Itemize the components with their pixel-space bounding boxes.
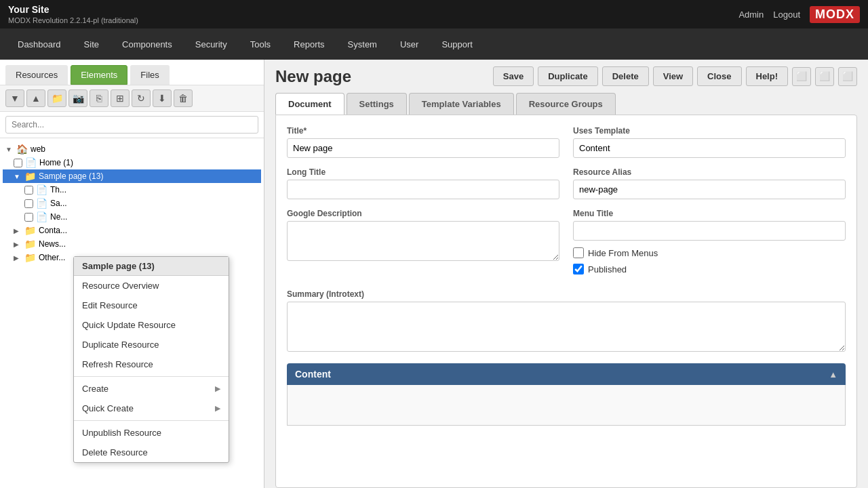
list-item[interactable]: 📄 Home (1) bbox=[3, 156, 261, 169]
tab-template-variables[interactable]: Template Variables bbox=[409, 93, 514, 115]
form-col-longtitle: Long Title bbox=[287, 167, 559, 199]
published-checkbox[interactable] bbox=[573, 264, 584, 274]
folder-icon: 📁 bbox=[24, 252, 36, 263]
ctx-refresh-resource[interactable]: Refresh Resource bbox=[74, 354, 229, 374]
new-folder-btn[interactable]: 📁 bbox=[47, 89, 66, 107]
ctx-quick-create[interactable]: Quick Create ▶ bbox=[74, 399, 229, 418]
nav-item-tools[interactable]: Tools bbox=[239, 32, 281, 56]
main-layout: ResourcesElementsFiles ▼ ▲ 📁 📷 ⎘ ⊞ ↻ ⬇ 🗑… bbox=[0, 60, 868, 488]
tab-document[interactable]: Document bbox=[275, 93, 344, 115]
sidebar-tab-resources[interactable]: Resources bbox=[5, 65, 68, 85]
help-button[interactable]: Help! bbox=[746, 66, 789, 86]
topbar-right: Admin Logout MODX bbox=[738, 6, 860, 23]
tree-checkbox[interactable] bbox=[14, 159, 22, 167]
topbar: Your Site MODX Revolution 2.2.14-pl (tra… bbox=[0, 0, 868, 28]
googledesc-textarea[interactable] bbox=[287, 221, 559, 261]
tree-checkbox[interactable] bbox=[24, 199, 33, 208]
duplicate-button[interactable]: Duplicate bbox=[538, 66, 598, 86]
menutitle-input[interactable] bbox=[573, 221, 846, 241]
tree-collapse-btn[interactable]: ▲ bbox=[26, 89, 45, 107]
title-input[interactable] bbox=[287, 138, 559, 158]
icon-btn-3[interactable]: ⬜ bbox=[838, 67, 857, 86]
ctx-separator-2 bbox=[74, 420, 229, 421]
page-icon: 📄 bbox=[36, 211, 47, 222]
ctx-resource-overview[interactable]: Resource Overview bbox=[74, 276, 229, 296]
nav-item-dashboard[interactable]: Dashboard bbox=[7, 32, 72, 56]
tree-item-label: Sample page (13) bbox=[39, 171, 103, 181]
site-info: Your Site MODX Revolution 2.2.14-pl (tra… bbox=[8, 4, 138, 25]
tree-root-label: web bbox=[31, 144, 45, 154]
template-select[interactable]: Content bbox=[573, 138, 846, 158]
sidebar-tab-files[interactable]: Files bbox=[130, 65, 169, 85]
list-item[interactable]: ▶ 📁 News... bbox=[3, 237, 261, 251]
ctx-create[interactable]: Create ▶ bbox=[74, 379, 229, 399]
nav-item-reports[interactable]: Reports bbox=[283, 32, 336, 56]
ctx-quick-update[interactable]: Quick Update Resource bbox=[74, 315, 229, 335]
ctx-unpublish[interactable]: Unpublish Resource bbox=[74, 423, 229, 443]
nav-item-security[interactable]: Security bbox=[184, 32, 238, 56]
screenshot-btn[interactable]: 📷 bbox=[68, 89, 87, 107]
site-name: Your Site bbox=[8, 4, 138, 15]
navbar: DashboardSiteComponentsSecurityToolsRepo… bbox=[0, 28, 868, 60]
ctx-delete-resource[interactable]: Delete Resource bbox=[74, 443, 229, 462]
sidebar: ResourcesElementsFiles ▼ ▲ 📁 📷 ⎘ ⊞ ↻ ⬇ 🗑… bbox=[0, 60, 264, 488]
section-collapse-btn[interactable]: ▲ bbox=[829, 369, 837, 380]
tree-arrow: ▶ bbox=[14, 254, 22, 262]
copy-btn[interactable]: ⎘ bbox=[90, 89, 108, 107]
content-body: Title* Uses Template Content Long Title bbox=[275, 115, 857, 488]
save-button[interactable]: Save bbox=[493, 66, 534, 86]
ctx-item-label: Quick Create bbox=[82, 403, 134, 413]
template-label: Uses Template bbox=[573, 126, 846, 136]
sidebar-tab-elements[interactable]: Elements bbox=[71, 65, 127, 85]
nav-item-components[interactable]: Components bbox=[111, 32, 183, 56]
form-col-summary: Summary (Introtext) bbox=[287, 289, 846, 354]
nav-item-site[interactable]: Site bbox=[73, 32, 110, 56]
view-button[interactable]: View bbox=[653, 66, 693, 86]
published-label: Published bbox=[588, 264, 627, 274]
ctx-item-label: Create bbox=[82, 384, 108, 394]
sidebar-search bbox=[0, 112, 264, 138]
tree-root[interactable]: ▼ 🏠 web bbox=[3, 142, 261, 156]
ctx-duplicate-resource[interactable]: Duplicate Resource bbox=[74, 335, 229, 354]
alias-input[interactable] bbox=[573, 180, 846, 199]
nav-item-system[interactable]: System bbox=[337, 32, 388, 56]
list-item[interactable]: ▶ 📁 Conta... bbox=[3, 224, 261, 237]
form-row-longtitle: Long Title Resource Alias bbox=[287, 167, 846, 199]
admin-link[interactable]: Admin bbox=[738, 9, 764, 20]
ctx-submenu-arrow: ▶ bbox=[215, 384, 220, 393]
list-item[interactable]: 📄 Ne... bbox=[3, 210, 261, 224]
hide-from-menus-row: Hide From Menus bbox=[573, 247, 846, 258]
ctx-item-label: Quick Update Resource bbox=[82, 320, 176, 330]
published-row: Published bbox=[573, 264, 846, 274]
tab-settings[interactable]: Settings bbox=[347, 93, 407, 115]
list-item[interactable]: ▼ 📁 Sample page (13) bbox=[3, 169, 261, 183]
search-input[interactable] bbox=[5, 116, 258, 134]
ctx-item-label: Edit Resource bbox=[82, 300, 138, 310]
ctx-submenu-arrow: ▶ bbox=[215, 404, 220, 413]
delete-button[interactable]: Delete bbox=[602, 66, 649, 86]
refresh-btn[interactable]: ↻ bbox=[132, 89, 151, 107]
ctx-edit-resource[interactable]: Edit Resource bbox=[74, 296, 229, 315]
download-btn[interactable]: ⬇ bbox=[153, 89, 172, 107]
tree-expand-btn[interactable]: ▼ bbox=[5, 89, 24, 107]
longtitle-input[interactable] bbox=[287, 180, 559, 199]
action-btn[interactable]: ⊞ bbox=[111, 89, 130, 107]
list-item[interactable]: 📄 Th... bbox=[3, 183, 261, 197]
icon-btn-1[interactable]: ⬜ bbox=[792, 67, 811, 86]
tree-checkbox[interactable] bbox=[24, 213, 33, 222]
nav-item-support[interactable]: Support bbox=[431, 32, 484, 56]
logout-link[interactable]: Logout bbox=[773, 9, 800, 20]
ctx-item-label: Delete Resource bbox=[82, 447, 148, 458]
close-button[interactable]: Close bbox=[697, 66, 741, 86]
hide-from-menus-checkbox[interactable] bbox=[573, 247, 584, 258]
delete-tree-btn[interactable]: 🗑 bbox=[174, 89, 193, 107]
nav-item-user[interactable]: User bbox=[389, 32, 429, 56]
icon-btn-2[interactable]: ⬜ bbox=[815, 67, 834, 86]
summary-textarea[interactable] bbox=[287, 302, 846, 352]
tree-arrow: ▼ bbox=[14, 173, 22, 180]
tab-resource-groups[interactable]: Resource Groups bbox=[516, 93, 616, 115]
tree-checkbox[interactable] bbox=[24, 186, 33, 195]
tree-item-label: News... bbox=[39, 239, 66, 249]
list-item[interactable]: 📄 Sa... bbox=[3, 197, 261, 210]
menutitle-label: Menu Title bbox=[573, 209, 846, 218]
